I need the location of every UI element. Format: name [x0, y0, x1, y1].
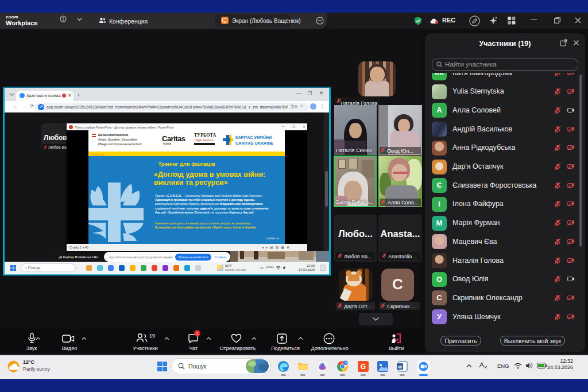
svg-text:G: G — [361, 363, 366, 371]
svg-text:N: N — [345, 361, 347, 364]
svg-text:W: W — [398, 364, 403, 370]
